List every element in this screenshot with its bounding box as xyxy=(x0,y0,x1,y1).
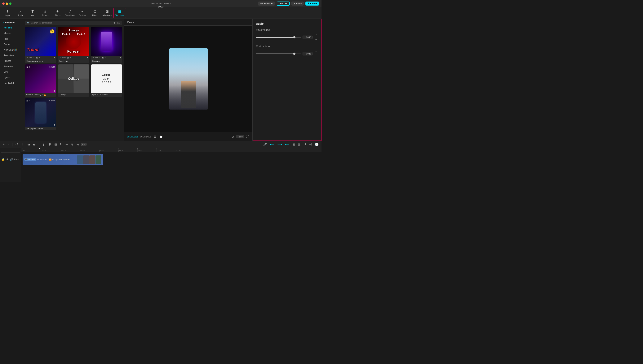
video-volume-thumb[interactable] xyxy=(293,36,295,38)
select-tool-button[interactable]: ↖ xyxy=(2,142,6,147)
template-thumb-smooth-velocity: ✕ 2.2M ▣ 2 ⬇ xyxy=(25,64,56,93)
music-volume-thumb[interactable] xyxy=(293,52,295,55)
template-card-collage[interactable]: Collage Collage xyxy=(58,64,89,97)
zoom-fit-button[interactable]: ⊙ xyxy=(231,134,235,139)
clips-icon: ▣ xyxy=(67,56,69,59)
template-grid: Trend 🤔 ⟳ 757.7K ▣ 5 ⬇ Photography trend xyxy=(25,27,122,130)
download-icon[interactable]: ⬇ xyxy=(87,56,88,59)
tool-text[interactable]: T Text xyxy=(27,8,39,18)
mute-button[interactable]: 🔊 xyxy=(10,158,13,161)
timeline-tracks-right[interactable]: 00:00 |00:05 |00:10 |00:15 |00:20 xyxy=(21,148,322,182)
thumb-mini-3 xyxy=(89,156,95,164)
template-card-you-me[interactable]: Always Photo 1Photo 2 Forever ⟳ 2.4M ▣ xyxy=(58,27,89,63)
delete-button[interactable]: 🗑 xyxy=(41,142,46,147)
ratio-button[interactable]: Ratio xyxy=(236,135,244,138)
tool-2[interactable]: ⟺ xyxy=(276,142,283,147)
pause-button[interactable]: ⏸ xyxy=(20,142,25,147)
playhead[interactable] xyxy=(40,148,40,178)
tool-transitions[interactable]: ⇌ Transitions xyxy=(64,8,76,18)
template-card-poppin-bottles[interactable]: ✕ 4.6M ▣ 8 ⬇ i be poppin bottles xyxy=(25,98,56,130)
clock-button[interactable]: 🕐 xyxy=(314,142,319,147)
mirror-button[interactable]: ⇋ xyxy=(76,142,80,147)
visibility-button[interactable]: 👁 xyxy=(6,158,9,161)
mic-button[interactable]: 🎤 xyxy=(262,142,268,147)
import-icon: ⬇ xyxy=(6,9,9,14)
search-input[interactable] xyxy=(31,22,112,24)
undo-button[interactable]: ↺ xyxy=(14,142,19,147)
flip-button[interactable]: ⇌ xyxy=(65,142,69,147)
tool-effects[interactable]: ✦ Effects xyxy=(51,8,64,18)
template-name-poppin-bottles: i be poppin bottles xyxy=(25,127,56,130)
main-area: ▼ Templates For You Memes Intro Outro Ne… xyxy=(0,19,322,141)
template-card-photography-trend[interactable]: Trend 🤔 ⟳ 757.7K ▣ 5 ⬇ Photography trend xyxy=(25,27,56,63)
tool-import-label: Import xyxy=(5,14,10,16)
ruler-tick-35: |00:35 xyxy=(157,148,161,152)
music-volume-stepper[interactable]: ⌃⌄ xyxy=(314,49,318,58)
download-icon[interactable]: ⬇ xyxy=(120,56,121,59)
template-card-glowing[interactable]: ⟳ 833.7K ▣ 1 ⬇ Glowing xyxy=(91,27,122,63)
sidebar-item-vlog[interactable]: Vlog xyxy=(1,70,22,75)
sidebar-item-for-you[interactable]: For You xyxy=(1,25,22,30)
freeze-button[interactable]: ⛨ xyxy=(47,142,52,147)
sidebar-item-intro[interactable]: Intro xyxy=(1,36,22,42)
template-thumb-april-recap: APRIL 2024 RECAP xyxy=(91,64,122,93)
sidebar-item-fitness[interactable]: Fitness xyxy=(1,58,22,64)
tool-6[interactable]: ↺ xyxy=(302,142,307,147)
join-pro-button[interactable]: Join Pro xyxy=(277,2,290,6)
views-count: 757.7K xyxy=(29,56,35,59)
share-button[interactable]: ↗ Share xyxy=(291,2,304,6)
close-button[interactable] xyxy=(2,2,5,5)
play-button[interactable]: ▶ xyxy=(159,134,164,139)
timeline-content: 🎬 Templates 00:00:14:06 🔁 16 clip to be … xyxy=(21,152,322,182)
rotate-button[interactable]: ↯ xyxy=(70,142,75,147)
tool-4[interactable]: ⊞ xyxy=(291,142,296,147)
minimize-button[interactable] xyxy=(6,2,8,5)
tool-7[interactable]: ⊣ xyxy=(308,142,313,147)
sidebar-item-memes[interactable]: Memes xyxy=(1,30,22,36)
timeline-track-controls: 🔒 👁 🔊 Cover xyxy=(0,148,21,182)
loop-button[interactable]: ↻ xyxy=(59,142,63,147)
tool-1[interactable]: ⟷ xyxy=(269,142,275,147)
chapters-button[interactable]: ☰ xyxy=(153,134,157,139)
tool-adjustment[interactable]: ⊞ Adjustment xyxy=(101,8,114,18)
tool-audio[interactable]: ♪ Audio xyxy=(14,8,27,18)
fullscreen-button[interactable] xyxy=(9,2,12,5)
sidebar-item-lyrics[interactable]: Lyrics xyxy=(1,75,22,80)
template-name-glowing: Glowing xyxy=(91,60,122,63)
tool-import[interactable]: ⬇ Import xyxy=(2,8,14,18)
lock-button[interactable]: 🔒 xyxy=(2,158,5,161)
ruler-tick-30: |00:30 xyxy=(137,148,142,152)
timeline-clip-templates[interactable]: 🎬 Templates 00:00:14:06 🔁 16 clip to be … xyxy=(23,154,103,165)
sidebar-item-new-year[interactable]: New year 🎊 xyxy=(1,47,22,52)
traffic-lights xyxy=(2,2,12,5)
template-card-smooth-velocity[interactable]: ✕ 2.2M ▣ 2 ⬇ Smooth Velocity ☆🔥 xyxy=(25,64,56,97)
music-volume-slider-row: 0.0dB ⌃⌄ xyxy=(256,49,318,58)
sidebar-item-business[interactable]: Business xyxy=(1,64,22,69)
video-volume-stepper[interactable]: ⌃⌄ xyxy=(314,33,318,42)
tool-templates[interactable]: ▦ Templates xyxy=(114,8,126,18)
prev-frame-button[interactable]: ⏮ xyxy=(26,142,31,147)
templates-panel: ▼ Templates For You Memes Intro Outro Ne… xyxy=(0,19,124,141)
next-frame-button[interactable]: ⏭ xyxy=(32,142,37,147)
tool-filters[interactable]: ⬡ Filters xyxy=(89,8,101,18)
template-grid-area: 🔍 ⚙ Filter Trend 🤔 ⟳ 757.7K xyxy=(23,19,124,141)
tool-5[interactable]: ⊠ xyxy=(297,142,301,147)
split-button[interactable]: ⊡ xyxy=(53,142,58,147)
fullscreen-button[interactable]: ⛶ xyxy=(245,134,250,139)
tool-captions[interactable]: ≡ Captions xyxy=(76,8,89,18)
tool-filters-label: Filters xyxy=(92,14,97,16)
template-card-april-recap[interactable]: APRIL 2024 RECAP April 2024 Recap xyxy=(91,64,122,97)
shortcuts-button[interactable]: ⌨ Shortcuts xyxy=(258,2,275,6)
player-menu-icon[interactable]: ⋯ xyxy=(247,21,250,24)
thumb-mini-4 xyxy=(96,156,101,164)
select-dropdown-button[interactable]: ▾ xyxy=(8,143,10,146)
sidebar-item-for-tiktok[interactable]: For TikTok xyxy=(1,80,22,86)
sidebar-item-transition[interactable]: Transition xyxy=(1,53,22,58)
tool-3[interactable]: ⟵ xyxy=(284,142,290,147)
tool-stickers[interactable]: ☺ Stickers xyxy=(39,8,51,18)
download-icon[interactable]: ⬇ xyxy=(54,56,55,59)
tool-stickers-label: Stickers xyxy=(42,14,49,16)
sidebar-item-outro[interactable]: Outro xyxy=(1,42,22,47)
filter-button[interactable]: ⚙ Filter xyxy=(113,22,120,24)
export-button[interactable]: ⬆ Export xyxy=(305,2,319,6)
